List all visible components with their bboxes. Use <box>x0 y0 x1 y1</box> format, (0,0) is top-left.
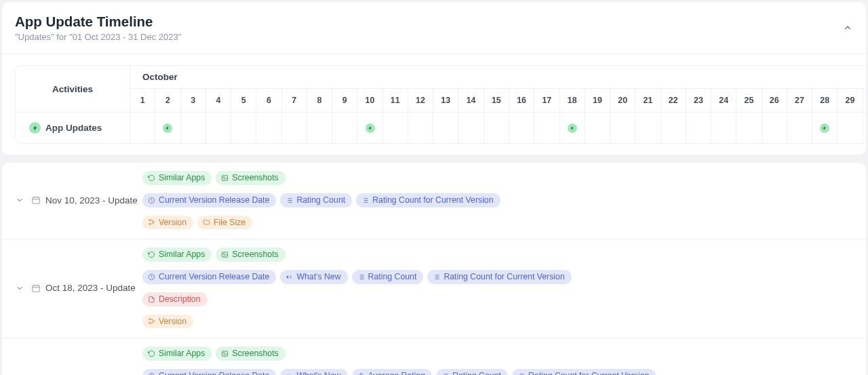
timeline-cell <box>256 113 281 143</box>
timeline-cell <box>635 113 660 143</box>
svg-point-41 <box>149 319 151 320</box>
chip-rating-count[interactable]: Rating Count <box>352 270 424 284</box>
chip-release-date[interactable]: Current Version Release Date <box>142 369 276 375</box>
timeline-cell <box>484 113 509 143</box>
chip-similar-apps[interactable]: Similar Apps <box>142 347 212 361</box>
update-entry: Oct 18, 2023 - Update Similar Apps Scree… <box>2 239 866 338</box>
chip-description[interactable]: Description <box>142 292 208 307</box>
chevron-down-icon[interactable] <box>15 195 24 205</box>
day-header-cell: 1 <box>130 89 155 112</box>
timeline-cell <box>130 113 155 143</box>
chip-screenshots[interactable]: Screenshots <box>216 347 285 361</box>
event-marker[interactable] <box>366 123 375 133</box>
timeline-cell <box>231 113 256 143</box>
event-marker[interactable] <box>163 123 172 133</box>
day-header-cell: 21 <box>635 89 660 112</box>
day-header-cell: 9 <box>332 89 357 112</box>
event-marker[interactable] <box>820 123 829 133</box>
svg-point-43 <box>153 321 154 322</box>
chip-similar-apps[interactable]: Similar Apps <box>142 171 212 185</box>
timeline-cell <box>711 113 736 143</box>
activities-header: Activities <box>16 66 130 113</box>
chip-rating-count[interactable]: Rating Count <box>280 193 352 208</box>
timeline-cell <box>307 113 332 143</box>
timeline-cell <box>282 113 307 143</box>
timeline-cell <box>560 113 585 143</box>
timeline-cell <box>408 113 433 143</box>
timeline-cell <box>509 113 534 143</box>
timeline-cell <box>610 113 635 143</box>
timeline-cell <box>357 113 382 143</box>
svg-point-20 <box>149 223 151 224</box>
timeline-cell <box>812 113 837 143</box>
timeline-cell <box>458 113 484 143</box>
update-entry: Oct 02, 2023 - Update Similar Apps Scree… <box>2 338 866 375</box>
entry-date: Nov 10, 2023 - Update <box>45 195 138 205</box>
chip-release-date[interactable]: Current Version Release Date <box>142 193 276 208</box>
timeline-cell <box>661 113 686 143</box>
chip-rcfv[interactable]: Rating Count for Current Version <box>512 369 656 375</box>
chip-whats-new[interactable]: What's New <box>280 369 347 375</box>
chip-rcfv[interactable]: Rating Count for Current Version <box>427 270 571 284</box>
day-header-cell: 2 <box>155 89 180 112</box>
chip-screenshots[interactable]: Screenshots <box>216 171 285 185</box>
timeline-cell <box>206 113 231 143</box>
day-header-cell: 20 <box>610 89 635 112</box>
svg-point-42 <box>149 322 151 323</box>
timeline-cell <box>181 113 206 143</box>
activity-row-app-updates[interactable]: App Updates <box>16 113 130 143</box>
chip-release-date[interactable]: Current Version Release Date <box>142 270 276 284</box>
timeline-cell <box>383 113 408 143</box>
chevron-down-icon[interactable] <box>15 283 24 293</box>
chip-version[interactable]: Version <box>142 216 193 230</box>
day-header-cell: 8 <box>307 89 332 112</box>
update-entry: Nov 10, 2023 - Update Similar Apps Scree… <box>2 163 866 239</box>
day-header-cell: 5 <box>231 89 256 112</box>
day-header-cell: 16 <box>509 89 534 112</box>
chip-similar-apps[interactable]: Similar Apps <box>142 248 212 262</box>
timeline-cell <box>736 113 762 143</box>
chip-rating-count[interactable]: Rating Count <box>436 369 508 375</box>
day-header-cell: 17 <box>534 89 559 112</box>
calendar-icon <box>31 195 41 205</box>
updates-list-panel: Nov 10, 2023 - Update Similar Apps Scree… <box>2 163 866 375</box>
svg-rect-26 <box>222 252 228 257</box>
day-header-cell: 19 <box>585 89 610 112</box>
svg-rect-4 <box>222 176 228 180</box>
chip-average-rating[interactable]: Average Rating <box>352 369 433 375</box>
event-marker[interactable] <box>568 123 577 133</box>
chip-whats-new[interactable]: What's New <box>280 270 347 284</box>
activity-label: App Updates <box>45 123 102 133</box>
svg-rect-48 <box>222 351 228 356</box>
chip-version[interactable]: Version <box>142 315 193 329</box>
timeline-cell <box>332 113 357 143</box>
chip-screenshots[interactable]: Screenshots <box>216 248 285 262</box>
timeline-cell <box>863 113 866 143</box>
month-label: October <box>130 66 866 88</box>
day-header-cell: 14 <box>458 89 484 112</box>
day-header-cell: 12 <box>408 89 433 112</box>
collapse-icon[interactable] <box>842 22 853 33</box>
page-title: App Update Timeline <box>15 14 181 30</box>
day-header-cell: 28 <box>812 89 837 112</box>
day-header-cell: 6 <box>256 89 281 112</box>
day-header-cell: 15 <box>484 89 509 112</box>
timeline-grid: Activities App Updates October 123456789… <box>15 65 866 144</box>
timeline-scroller[interactable]: Activities App Updates October 123456789… <box>2 54 866 155</box>
chip-file-size[interactable]: File Size <box>197 216 252 230</box>
timeline-cell <box>762 113 787 143</box>
svg-point-5 <box>224 177 225 178</box>
page-subtitle: "Updates" for "01 Oct 2023 - 31 Dec 2023… <box>15 32 181 42</box>
day-header-cell: 27 <box>787 89 812 112</box>
timeline-cell <box>534 113 559 143</box>
timeline-cell <box>787 113 812 143</box>
day-header-cell: 26 <box>762 89 787 112</box>
timeline-cell <box>433 113 458 143</box>
chip-rcfv[interactable]: Rating Count for Current Version <box>356 193 500 208</box>
svg-point-19 <box>149 220 151 221</box>
day-header-cell: 22 <box>661 89 686 112</box>
svg-rect-0 <box>33 197 40 203</box>
svg-point-21 <box>153 222 154 223</box>
day-header-cell: 10 <box>357 89 382 112</box>
day-header-cell: 4 <box>206 89 231 112</box>
